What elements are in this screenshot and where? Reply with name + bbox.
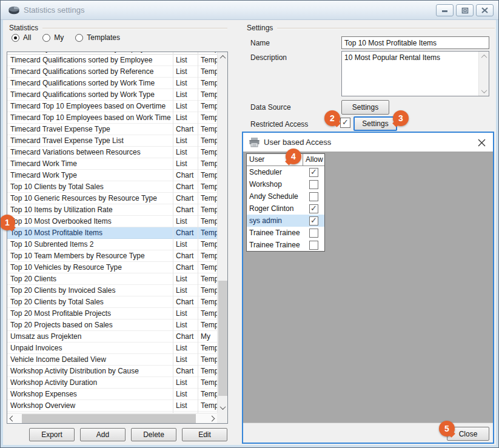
stat-scope: Template bbox=[198, 158, 217, 169]
stat-name: Timecard Top 10 Employees based on Overt… bbox=[7, 101, 173, 112]
stat-scope: Template bbox=[198, 66, 217, 77]
export-button[interactable]: Export bbox=[29, 428, 75, 441]
table-row[interactable]: Top 20 Clients by Total Sales Chart Temp… bbox=[7, 296, 217, 308]
table-row[interactable]: Workshop Activity Duration List Template bbox=[7, 377, 217, 389]
scroll-up-arrow-icon[interactable] bbox=[218, 52, 228, 62]
scroll-down-arrow-icon[interactable] bbox=[479, 86, 489, 96]
table-row[interactable]: Timecard Qualifications sorted by Work T… bbox=[7, 89, 217, 101]
dialog-title-bar: User based Access bbox=[243, 133, 493, 152]
table-row[interactable]: Top 20 Clients List Template bbox=[7, 273, 217, 285]
vertical-scroll-thumb[interactable] bbox=[218, 281, 227, 396]
scroll-right-arrow-icon[interactable] bbox=[207, 413, 217, 424]
allow-checkbox[interactable]: ✓ bbox=[309, 229, 318, 238]
stat-type: List bbox=[173, 400, 198, 411]
filter-radio[interactable]: All bbox=[12, 33, 31, 42]
table-row[interactable]: Timecard Top 10 Employees based on Work … bbox=[7, 112, 217, 124]
minimize-button[interactable] bbox=[436, 4, 454, 16]
table-row[interactable]: Top 20 Most Profitable Projects List Tem… bbox=[7, 308, 217, 319]
table-row[interactable]: Timecard Variations between Resources Li… bbox=[7, 147, 217, 158]
stat-type: Chart bbox=[173, 193, 198, 204]
table-row[interactable]: Timecard Work Type Chart Template bbox=[7, 170, 217, 181]
scroll-up-arrow-icon[interactable] bbox=[479, 52, 489, 61]
table-row[interactable]: Timecard Travel Expense Type Chart Templ… bbox=[7, 124, 217, 135]
name-input[interactable]: Top 10 Most Profitable Items bbox=[341, 36, 489, 49]
table-row[interactable]: Top 10 Clients by Total Sales Chart Temp… bbox=[7, 181, 217, 193]
user-row[interactable]: Scheduler ✓ bbox=[247, 166, 324, 178]
stat-type: List bbox=[173, 112, 198, 123]
filter-radio[interactable]: My bbox=[42, 33, 64, 42]
stat-name: Timecard Work Type bbox=[7, 170, 173, 181]
table-row[interactable]: Top 10 Items by Utilization Rate Chart T… bbox=[7, 204, 217, 216]
allow-checkbox[interactable]: ✓ bbox=[309, 204, 318, 213]
table-row[interactable]: Top 10 Subrented Items 2 List Template bbox=[7, 239, 217, 250]
allow-checkbox[interactable]: ✓ bbox=[309, 168, 318, 177]
table-row[interactable]: Timecard Travel Expense Type List List T… bbox=[7, 135, 217, 147]
stat-name: Top 10 Most Overbooked Items bbox=[7, 216, 173, 227]
user-row[interactable]: Trainee Trainee ✓ bbox=[247, 227, 324, 239]
user-row[interactable]: sys admin ✓ bbox=[247, 215, 324, 227]
table-row[interactable]: Timecard Top 10 Employees based on Overt… bbox=[7, 101, 217, 112]
add-button[interactable]: Add bbox=[80, 428, 126, 441]
user-row[interactable]: Roger Clinton ✓ bbox=[247, 202, 324, 215]
allow-checkbox[interactable]: ✓ bbox=[309, 241, 318, 250]
delete-button[interactable]: Delete bbox=[131, 428, 176, 441]
stat-name: Top 10 Clients by Total Sales bbox=[7, 181, 173, 192]
dialog-close-icon[interactable] bbox=[476, 137, 487, 148]
restricted-access-checkbox[interactable]: ✓ bbox=[340, 118, 350, 128]
description-scrollbar[interactable] bbox=[478, 52, 489, 96]
stat-name: Timecard Qualifications sorted by Work T… bbox=[7, 78, 173, 89]
restricted-access-label: Restricted Access bbox=[250, 120, 308, 129]
horizontal-scroll-thumb[interactable] bbox=[22, 414, 196, 423]
scroll-left-arrow-icon[interactable] bbox=[7, 413, 18, 424]
allow-checkbox[interactable]: ✓ bbox=[309, 180, 318, 189]
user-row[interactable]: Andy Schedule ✓ bbox=[247, 190, 324, 202]
table-row[interactable]: Timecard Work Time List Template bbox=[7, 158, 217, 170]
table-row[interactable]: Top 20 Projects based on Sales List Temp… bbox=[7, 319, 217, 331]
table-row[interactable]: Workshop Overview List Template bbox=[7, 400, 217, 412]
horizontal-scrollbar[interactable] bbox=[7, 413, 217, 423]
stat-type: List bbox=[173, 147, 198, 158]
table-row[interactable]: Timecard Qualifications sorted by Work T… bbox=[7, 78, 217, 89]
dialog-footer: Close bbox=[243, 423, 493, 443]
table-row[interactable]: Unpaid Invoices List Template bbox=[7, 343, 217, 354]
table-row[interactable]: Timecard Qualifications sorted by Refere… bbox=[7, 66, 217, 78]
stat-scope: Template bbox=[198, 319, 217, 330]
title-bar: Statistics settings bbox=[1, 1, 498, 20]
table-row[interactable]: Top 20 Clients by Invoiced Sales List Te… bbox=[7, 285, 217, 296]
table-row[interactable]: Umsatz aus Projekten Chart My bbox=[7, 331, 217, 343]
stat-name: Top 20 Projects based on Sales bbox=[7, 319, 173, 330]
table-row[interactable]: Timecard Qualifications sorted by Employ… bbox=[7, 55, 217, 66]
table-row[interactable]: Top 10 Most Profitable Items Chart Templ… bbox=[7, 227, 217, 239]
stat-name: Workshop Activity Distribution by Cause bbox=[7, 366, 173, 376]
stat-type: Chart bbox=[173, 124, 198, 135]
user-row[interactable]: Workshop ✓ bbox=[247, 178, 324, 190]
scroll-down-arrow-icon[interactable] bbox=[218, 403, 228, 413]
user-based-access-dialog: User based Access User Allow Scheduler ✓… bbox=[242, 132, 494, 444]
table-row[interactable]: Workshop Activity Distribution by Cause … bbox=[7, 366, 217, 377]
callout-badge-5: 5 bbox=[439, 421, 455, 436]
stat-type: List bbox=[173, 89, 198, 100]
stat-scope: Template bbox=[198, 389, 217, 400]
filter-radio[interactable]: Templates bbox=[75, 33, 120, 42]
statistics-group-header: Statistics bbox=[9, 24, 227, 32]
window-frame-right bbox=[496, 20, 498, 447]
data-source-settings-button[interactable]: Settings bbox=[341, 100, 389, 115]
allow-checkbox[interactable]: ✓ bbox=[309, 216, 318, 226]
callout-badge-2: 2 bbox=[324, 110, 340, 126]
table-row[interactable]: Vehicle Income Detailed View List Templa… bbox=[7, 354, 217, 366]
stat-name: Top 10 Subrented Items 2 bbox=[7, 239, 173, 250]
table-row[interactable]: Workshop Expenses List Template bbox=[7, 389, 217, 400]
restricted-access-settings-button[interactable]: Settings bbox=[353, 116, 397, 131]
table-row[interactable]: Top 10 Generic Resources by Resource Typ… bbox=[7, 193, 217, 204]
close-button[interactable] bbox=[476, 4, 494, 16]
table-row[interactable]: Top 10 Vehicles by Resource Type Chart T… bbox=[7, 262, 217, 273]
edit-button[interactable]: Edit bbox=[182, 428, 227, 441]
table-row[interactable]: Top 10 Most Overbooked Items List Templa… bbox=[7, 216, 217, 227]
user-row[interactable]: Trainee Trainee ✓ bbox=[247, 239, 324, 251]
table-row[interactable]: Top 10 Team Members by Resource Type Cha… bbox=[7, 250, 217, 262]
allow-checkbox[interactable]: ✓ bbox=[309, 192, 318, 201]
description-textarea[interactable]: 10 Most Popular Rental Items bbox=[341, 51, 489, 96]
stat-type: List bbox=[173, 377, 198, 388]
maximize-button[interactable] bbox=[456, 4, 474, 16]
vertical-scrollbar[interactable] bbox=[217, 52, 227, 413]
